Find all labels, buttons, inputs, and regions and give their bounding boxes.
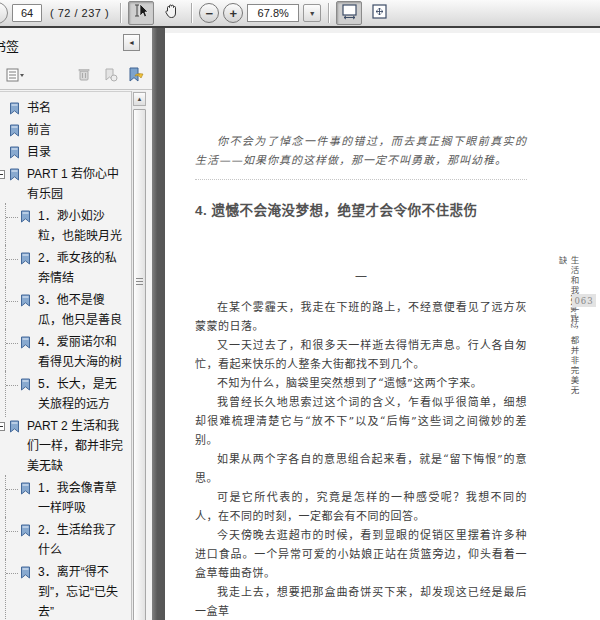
trash-icon [77,67,91,82]
bookmark-label: 2．乖女孩的私奔情结 [38,251,117,285]
bookmark-item[interactable]: 目录 [0,141,131,163]
delete-bookmark-button[interactable] [74,65,94,85]
body-paragraph: 可是它所代表的，究竟是怎样的一种感受呢？我想不同的人，在不同的时刻，一定都会有不… [195,488,527,526]
section-heading: 4. 遗憾不会淹没梦想，绝望才会令你不住悲伤 [195,199,527,219]
main-toolbar: ( 72 / 237 ) − + 67.8% ▼ [0,0,600,28]
bookmark-label: 2．生活给我了什么 [38,523,117,557]
bookmark-label: 1．我会像青草一样呼吸 [38,481,117,515]
prev-page-button[interactable] [0,2,8,24]
bookmark-icon [9,145,20,165]
bookmark-icon [9,123,20,143]
bookmark-label: 1．渺小如沙粒，也能映月光 [38,209,122,243]
pdf-reader-window: ( 72 / 237 ) − + 67.8% ▼ [0,0,600,620]
bookmark-icon [9,167,20,187]
body-paragraph: 如果从两个字各自的意思组合起来看，就是“留下悔恨”的意思。 [195,450,527,488]
bookmark-label: 前言 [27,123,51,137]
bookmarks-panel-header: 书签 ◄ [0,28,152,60]
fit-page-icon [371,3,388,24]
bookmark-icon [20,565,31,585]
bookmark-label: 3．离开“得不到”，忘记“已失去” [38,565,118,619]
body-paragraph: 我曾经长久地思索过这个词的含义，乍看似乎很简单，细想却很难梳理清楚它与“放不下”… [195,393,527,450]
toolbar-separator [120,3,121,23]
bookmark-label: PART 2 生活和我们一样，都并非完美无缺 [27,419,123,473]
zoom-dropdown-button[interactable]: ▼ [303,4,321,22]
zoom-level-field[interactable]: 67.8% [247,4,299,22]
chapter-quote: 你不会为了悼念一件事的错过，而去真正搁下眼前真实的生活——如果你真的这样做，那一… [195,132,527,170]
hand-tool-button[interactable] [158,1,184,25]
collapse-panel-button[interactable]: ◄ [123,34,140,51]
bookmark-icon [20,377,31,397]
bookmark-options-button[interactable] [6,65,26,85]
bookmark-icon [20,523,31,543]
toolbar-separator [191,3,192,23]
bookmark-icon [9,419,20,439]
bookmark-item[interactable]: 3．他不是傻瓜，他只是善良 [0,289,131,331]
page-top-strip [165,28,600,33]
panel-divider[interactable] [152,28,165,620]
bookmark-label: PART 1 若你心中有乐园 [27,167,119,201]
zoom-out-icon: − [205,7,213,20]
bookmark-label: 3．他不是傻瓜，他只是善良 [38,293,122,327]
scrollbar-grip [136,278,143,285]
body-paragraph: 在某个雾霾天，我走在下班的路上，不经意便看见了远方灰蒙蒙的日落。 [195,298,527,336]
collapse-node-icon[interactable] [0,422,5,431]
bookmarks-toolbar [0,60,152,90]
bookmark-icon [20,293,31,313]
zoom-in-button[interactable]: + [223,3,243,23]
bookmark-item[interactable]: PART 2 生活和我们一样，都并非完美无缺 [0,415,131,477]
select-tool-icon [133,3,149,23]
fit-width-icon [341,3,358,24]
bookmark-arrow-icon [128,67,145,83]
bookmarks-panel-title: 书签 [0,36,19,55]
bookmark-list: 书名 前言 目录 PART 1 若你心中有乐园 1．渺小如沙粒，也能映月光 2．… [0,91,131,620]
bookmark-label: 目录 [27,145,51,159]
bookmark-item[interactable]: 1．我会像青草一样呼吸 [0,477,131,519]
zoom-out-button[interactable]: − [199,3,219,23]
bookmark-item[interactable]: 3．离开“得不到”，忘记“已失去” [0,561,131,620]
bookmark-item[interactable]: 1．渺小如沙粒，也能映月光 [0,205,131,247]
bookmark-item[interactable]: 书名 [0,97,131,119]
hand-tool-icon [163,3,179,23]
bookmark-item[interactable]: 前言 [0,119,131,141]
document-page: 你不会为了悼念一件事的错过，而去真正搁下眼前真实的生活——如果你真的这样做，那一… [165,28,600,620]
bookmark-outline-icon [103,67,118,82]
fit-page-button[interactable] [366,1,392,25]
bookmark-icon [9,101,20,121]
section-number-marker: 一 [195,268,527,285]
body-paragraph: 今天傍晚去逛超市的时候，看到显眼的促销区里摆着许多种进口食品。一个异常可爱的小姑… [195,526,527,583]
bookmark-item[interactable]: 2．生活给我了什么 [0,519,131,561]
scrollbar-thumb[interactable] [133,109,146,620]
options-list-icon [6,68,26,82]
page-number-input[interactable] [12,4,42,22]
page-number-badge: 063 [572,294,596,307]
bookmark-icon [20,335,31,355]
bookmark-item[interactable]: PART 1 若你心中有乐园 [0,163,131,205]
select-tool-button[interactable] [128,1,154,25]
zoom-in-icon: + [229,7,237,20]
bookmarks-panel: 书签 ◄ [0,28,152,620]
fit-width-button[interactable] [336,1,362,25]
bookmark-item[interactable]: 4．爱丽诺尔和看得见大海的树 [0,331,131,373]
bookmark-icon [20,209,31,229]
bookmark-item[interactable]: 2．乖女孩的私奔情结 [0,247,131,289]
dotted-divider [195,179,527,180]
scroll-up-button[interactable]: ▲ [133,92,146,106]
body-paragraph: 不知为什么，脑袋里突然想到了“遗憾”这两个字来。 [195,374,527,393]
edit-bookmark-button[interactable] [100,65,120,85]
body-paragraph: 我走上去，想要把那盒曲奇饼买下来，却发现这已经是最后一盒草 [195,583,527,620]
body-paragraph: 又一天过去了，和很多天一样逝去得悄无声息。行人各自匆忙，看起来快乐的人整条大街都… [195,336,527,374]
collapse-node-icon[interactable] [0,170,5,179]
goto-bookmark-button[interactable] [126,65,146,85]
page-count-label: ( 72 / 237 ) [46,7,113,19]
toolbar-separator [328,3,329,23]
bookmark-label: 4．爱丽诺尔和看得见大海的树 [38,335,122,369]
bookmark-label: 书名 [27,101,51,115]
body-paragraphs: 在某个雾霾天，我走在下班的路上，不经意便看见了远方灰蒙蒙的日落。又一天过去了，和… [195,298,527,620]
bookmarks-scrollbar[interactable]: ▲ [131,91,146,620]
bookmark-label: 5．长大，是无关旅程的远方 [38,377,117,411]
bookmark-icon [20,481,31,501]
bookmark-item[interactable]: 5．长大，是无关旅程的远方 [0,373,131,415]
bookmark-icon [20,251,31,271]
chevron-down-icon: ▼ [309,10,316,17]
